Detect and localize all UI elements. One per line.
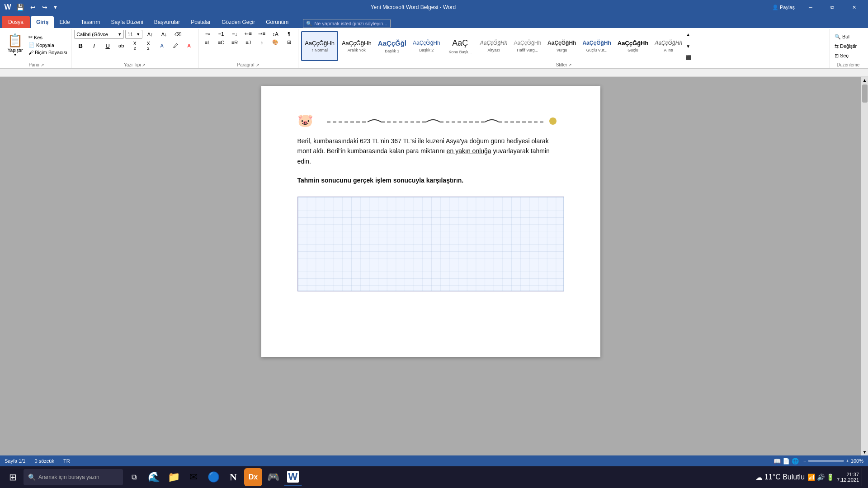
sec-button[interactable]: ⊡ Seç bbox=[833, 52, 859, 60]
zoom-in-btn[interactable]: + bbox=[846, 458, 849, 464]
tab-gorunum[interactable]: Görünüm bbox=[260, 16, 294, 28]
styles-expand[interactable]: ⬛ bbox=[686, 55, 691, 60]
zoom-level[interactable]: 100% bbox=[851, 458, 863, 464]
zoom-out-btn[interactable]: − bbox=[803, 458, 806, 464]
kes-button[interactable]: ✂ Kes bbox=[28, 34, 68, 41]
network-icon[interactable]: 📶 bbox=[807, 474, 815, 481]
mail-btn[interactable]: ✉ bbox=[184, 468, 203, 486]
decrease-font-btn[interactable]: A↓ bbox=[158, 31, 170, 38]
answer-grid[interactable] bbox=[297, 197, 564, 291]
game-btn[interactable]: 🎮 bbox=[264, 468, 282, 486]
line-spacing-btn[interactable]: ↕ bbox=[255, 39, 268, 46]
customize-quick-btn[interactable]: ▼ bbox=[52, 5, 59, 10]
speaker-icon[interactable]: 🔊 bbox=[817, 474, 825, 481]
document-area[interactable]: 🐷 bbox=[0, 77, 861, 455]
align-left-btn[interactable]: ≡L bbox=[201, 39, 214, 46]
justify-btn[interactable]: ≡J bbox=[242, 39, 255, 46]
edge-btn[interactable]: 🌊 bbox=[145, 468, 163, 486]
style-guclu[interactable]: AaÇçĞğHh Güçlü bbox=[615, 31, 651, 61]
read-mode-btn[interactable]: 📖 bbox=[774, 458, 781, 465]
print-layout-btn[interactable]: 📄 bbox=[783, 458, 790, 465]
show-desktop-btn[interactable] bbox=[862, 468, 864, 486]
text-highlight-btn[interactable]: 🖊 bbox=[169, 42, 182, 49]
zoom-slider[interactable] bbox=[808, 460, 844, 462]
degistir-button[interactable]: ⇆ Değiştir bbox=[833, 42, 859, 50]
style-vurgu[interactable]: AaÇçĞğHh Vurgu bbox=[545, 31, 579, 61]
style-konu-basligi[interactable]: AaÇ Konu Başlı... bbox=[444, 31, 476, 61]
tab-giris[interactable]: Giriş bbox=[31, 16, 54, 28]
superscript-btn[interactable]: X2 bbox=[142, 40, 155, 52]
undo-quick-btn[interactable]: ↩ bbox=[28, 4, 38, 11]
task-view-btn[interactable]: ⧉ bbox=[125, 468, 143, 486]
scroll-up-btn[interactable]: ▲ bbox=[862, 77, 868, 84]
italic-btn[interactable]: I bbox=[88, 42, 100, 50]
text-effect-btn[interactable]: A bbox=[156, 42, 168, 49]
save-quick-btn[interactable]: 💾 bbox=[14, 4, 26, 11]
tab-ekle[interactable]: Ekle bbox=[54, 16, 75, 28]
multilevel-btn[interactable]: ≡↓ bbox=[228, 30, 241, 38]
sort-btn[interactable]: ↕A bbox=[269, 30, 282, 38]
font-name: Calibri (Gövce bbox=[76, 32, 108, 37]
borders-btn[interactable]: ⊞ bbox=[283, 38, 295, 46]
align-center-btn[interactable]: ≡C bbox=[215, 39, 227, 46]
subscript-btn[interactable]: X2 bbox=[128, 40, 141, 52]
styles-scroll-down[interactable]: ▼ bbox=[686, 44, 691, 49]
bicim-boyacisi-button[interactable]: 🖌 Biçim Boyacısı bbox=[28, 49, 68, 56]
kopyala-button[interactable]: 📄 Kopyala bbox=[28, 42, 68, 48]
style-normal[interactable]: AaÇçĞğHh ↑ Normal bbox=[301, 31, 338, 61]
language-indicator[interactable]: TR bbox=[63, 458, 70, 464]
decrease-indent-btn[interactable]: ⇐≡ bbox=[242, 30, 255, 38]
restore-button[interactable]: ⧉ bbox=[822, 0, 843, 14]
chrome-btn[interactable]: 🔵 bbox=[204, 468, 222, 486]
tab-sayfa-duzeni[interactable]: Sayfa Düzeni bbox=[105, 16, 148, 28]
scroll-down-btn[interactable]: ▼ bbox=[862, 449, 868, 455]
bul-button[interactable]: 🔍 Bul bbox=[833, 33, 859, 41]
web-layout-btn[interactable]: 🌐 bbox=[792, 458, 799, 465]
yapistir-button[interactable]: 📋 Yapıştır ▼ bbox=[5, 30, 26, 60]
clear-format-btn[interactable]: ⌫ bbox=[172, 31, 184, 38]
style-baslik2[interactable]: AaÇçĞğHh Başlık 2 bbox=[410, 31, 443, 61]
style-altyazi-label: Altyazı bbox=[488, 48, 500, 52]
minimize-button[interactable]: ─ bbox=[800, 0, 821, 14]
align-right-btn[interactable]: ≡R bbox=[228, 39, 241, 46]
numbering-btn[interactable]: ≡1 bbox=[215, 30, 227, 38]
style-hafif-vurgu[interactable]: AaÇçĞğHh Hafif Vurg... bbox=[511, 31, 544, 61]
close-button[interactable]: ✕ bbox=[844, 0, 864, 14]
dx-btn[interactable]: Dx bbox=[244, 468, 262, 486]
increase-font-btn[interactable]: A↑ bbox=[144, 31, 156, 38]
shading-btn[interactable]: 🎨 bbox=[269, 38, 282, 46]
font-size-selector[interactable]: 11 ▼ bbox=[125, 30, 142, 39]
bold-btn[interactable]: B bbox=[74, 42, 87, 50]
vertical-scrollbar[interactable]: ▲ ▼ bbox=[861, 77, 868, 455]
styles-scroll-up[interactable]: ▲ bbox=[686, 32, 691, 37]
ribbon-search-bar[interactable]: 🔍 Ne yapmak istediğinizi söyleyin... bbox=[303, 19, 390, 28]
tab-basvurular[interactable]: Başvurular bbox=[149, 16, 185, 28]
clock[interactable]: 21:37 7.12.2021 bbox=[837, 472, 859, 483]
font-color-btn[interactable]: A bbox=[183, 42, 195, 49]
strikethrough-btn[interactable]: ab bbox=[115, 42, 127, 49]
file-explorer-btn[interactable]: 📁 bbox=[165, 468, 183, 486]
underline-btn[interactable]: U bbox=[101, 42, 114, 50]
word-taskbar-btn[interactable]: W bbox=[284, 468, 302, 486]
tab-postalar[interactable]: Postalar bbox=[185, 16, 216, 28]
notion-btn[interactable]: N bbox=[224, 468, 242, 486]
style-aralik-yok[interactable]: AaÇçĞğHh Aralık Yok bbox=[339, 31, 374, 61]
style-baslik1[interactable]: AaÇçĞğİ Başlık 1 bbox=[375, 31, 409, 61]
taskbar-search-box[interactable]: 🔍 Aramak için buraya yazın bbox=[24, 469, 123, 485]
share-button[interactable]: 👤Paylaş bbox=[768, 5, 799, 10]
scroll-thumb[interactable] bbox=[862, 84, 868, 103]
start-button[interactable]: ⊞ bbox=[4, 468, 22, 486]
style-altyazi[interactable]: AaÇçĞğHh Altyazı bbox=[477, 31, 510, 61]
style-guclu-vurgu[interactable]: AaÇçĞğHh Güçlü Vur... bbox=[580, 31, 613, 61]
font-family-selector[interactable]: Calibri (Gövce ▼ bbox=[74, 30, 124, 39]
style-alinti[interactable]: AaÇçĞğHh Alıntı bbox=[652, 31, 685, 61]
paste-dropdown-icon[interactable]: ▼ bbox=[14, 53, 17, 57]
tab-dosya[interactable]: Dosya bbox=[2, 16, 30, 28]
tab-tasarim[interactable]: Tasarım bbox=[75, 16, 106, 28]
bullets-btn[interactable]: ≡• bbox=[201, 30, 214, 38]
weather-widget[interactable]: ☁ 11°C Bulutlu bbox=[755, 473, 805, 482]
show-marks-btn[interactable]: ¶ bbox=[283, 30, 295, 38]
tab-gozden-gecir[interactable]: Gözden Geçir bbox=[216, 16, 260, 28]
redo-quick-btn[interactable]: ↪ bbox=[40, 4, 49, 11]
increase-indent-btn[interactable]: ⇒≡ bbox=[255, 30, 268, 38]
